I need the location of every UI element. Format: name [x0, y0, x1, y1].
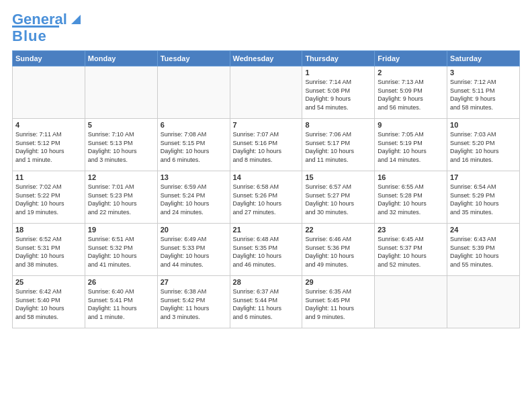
day-info: Sunrise: 6:49 AM Sunset: 5:33 PM Dayligh…	[161, 235, 227, 269]
day-info: Sunrise: 7:10 AM Sunset: 5:13 PM Dayligh…	[88, 130, 154, 164]
calendar-week-row: 25Sunrise: 6:42 AM Sunset: 5:40 PM Dayli…	[13, 276, 520, 328]
day-number: 1	[305, 68, 371, 77]
day-info: Sunrise: 7:02 AM Sunset: 5:22 PM Dayligh…	[15, 183, 82, 216]
day-number: 8	[305, 121, 371, 129]
day-number: 23	[378, 226, 444, 234]
day-info: Sunrise: 7:13 AM Sunset: 5:09 PM Dayligh…	[378, 78, 444, 111]
day-info: Sunrise: 6:45 AM Sunset: 5:37 PM Dayligh…	[378, 235, 444, 269]
calendar-day-header: Sunday	[13, 51, 85, 66]
day-number: 18	[15, 226, 82, 234]
calendar-day-header: Tuesday	[157, 51, 230, 66]
day-info: Sunrise: 6:57 AM Sunset: 5:27 PM Dayligh…	[305, 183, 371, 216]
calendar-day-cell: 10Sunrise: 7:03 AM Sunset: 5:20 PM Dayli…	[447, 119, 520, 171]
day-info: Sunrise: 6:59 AM Sunset: 5:24 PM Dayligh…	[161, 183, 227, 216]
day-info: Sunrise: 7:14 AM Sunset: 5:08 PM Dayligh…	[305, 78, 371, 111]
calendar-day-cell: 3Sunrise: 7:12 AM Sunset: 5:11 PM Daylig…	[447, 66, 520, 119]
day-number: 9	[378, 121, 444, 129]
calendar-day-cell: 1Sunrise: 7:14 AM Sunset: 5:08 PM Daylig…	[302, 66, 375, 119]
day-number: 7	[233, 121, 300, 129]
day-info: Sunrise: 7:12 AM Sunset: 5:11 PM Dayligh…	[450, 78, 517, 111]
day-number: 28	[233, 278, 300, 286]
calendar-day-cell: 2Sunrise: 7:13 AM Sunset: 5:09 PM Daylig…	[375, 66, 447, 119]
day-number: 19	[88, 226, 154, 234]
calendar-day-cell: 27Sunrise: 6:38 AM Sunset: 5:42 PM Dayli…	[157, 276, 230, 328]
calendar-week-row: 1Sunrise: 7:14 AM Sunset: 5:08 PM Daylig…	[13, 66, 520, 119]
day-info: Sunrise: 6:43 AM Sunset: 5:39 PM Dayligh…	[450, 235, 517, 269]
day-info: Sunrise: 7:01 AM Sunset: 5:23 PM Dayligh…	[88, 183, 154, 216]
day-info: Sunrise: 7:06 AM Sunset: 5:17 PM Dayligh…	[305, 130, 371, 164]
page-container: General Blue SundayMondayTuesdayWednesda…	[0, 0, 532, 335]
day-number: 14	[233, 173, 300, 181]
calendar-day-cell: 18Sunrise: 6:52 AM Sunset: 5:31 PM Dayli…	[13, 224, 85, 276]
calendar-day-cell: 15Sunrise: 6:57 AM Sunset: 5:27 PM Dayli…	[302, 171, 375, 224]
calendar-day-header: Monday	[85, 51, 157, 66]
day-info: Sunrise: 6:46 AM Sunset: 5:36 PM Dayligh…	[305, 235, 371, 269]
calendar-week-row: 11Sunrise: 7:02 AM Sunset: 5:22 PM Dayli…	[13, 171, 520, 224]
calendar-day-cell: 28Sunrise: 6:37 AM Sunset: 5:44 PM Dayli…	[230, 276, 302, 328]
calendar-day-header: Thursday	[302, 51, 375, 66]
day-number: 26	[88, 278, 154, 286]
day-info: Sunrise: 7:07 AM Sunset: 5:16 PM Dayligh…	[233, 130, 300, 164]
logo-blue: Blue	[12, 28, 47, 45]
calendar-day-cell: 11Sunrise: 7:02 AM Sunset: 5:22 PM Dayli…	[13, 171, 85, 224]
calendar-day-cell: 16Sunrise: 6:55 AM Sunset: 5:28 PM Dayli…	[375, 171, 447, 224]
calendar-day-cell: 7Sunrise: 7:07 AM Sunset: 5:16 PM Daylig…	[230, 119, 302, 171]
day-info: Sunrise: 6:52 AM Sunset: 5:31 PM Dayligh…	[15, 235, 82, 269]
calendar-day-cell	[13, 66, 85, 119]
calendar-week-row: 4Sunrise: 7:11 AM Sunset: 5:12 PM Daylig…	[13, 119, 520, 171]
calendar-day-header: Friday	[375, 51, 447, 66]
calendar-day-cell	[85, 66, 157, 119]
day-number: 17	[450, 173, 517, 181]
calendar-day-cell: 14Sunrise: 6:58 AM Sunset: 5:26 PM Dayli…	[230, 171, 302, 224]
calendar-day-cell: 9Sunrise: 7:05 AM Sunset: 5:19 PM Daylig…	[375, 119, 447, 171]
calendar-day-cell	[375, 276, 447, 328]
day-info: Sunrise: 7:11 AM Sunset: 5:12 PM Dayligh…	[15, 130, 82, 164]
calendar-day-cell: 25Sunrise: 6:42 AM Sunset: 5:40 PM Dayli…	[13, 276, 85, 328]
day-number: 20	[161, 226, 227, 234]
calendar-day-cell: 17Sunrise: 6:54 AM Sunset: 5:29 PM Dayli…	[447, 171, 520, 224]
day-info: Sunrise: 6:58 AM Sunset: 5:26 PM Dayligh…	[233, 183, 300, 216]
svg-marker-0	[71, 15, 81, 24]
page-header: General Blue	[12, 12, 520, 45]
day-number: 24	[450, 226, 517, 234]
day-number: 21	[233, 226, 300, 234]
day-number: 2	[378, 68, 444, 77]
day-number: 3	[450, 68, 517, 77]
day-info: Sunrise: 6:54 AM Sunset: 5:29 PM Dayligh…	[450, 183, 517, 216]
calendar-day-cell: 19Sunrise: 6:51 AM Sunset: 5:32 PM Dayli…	[85, 224, 157, 276]
day-number: 25	[15, 278, 82, 286]
day-number: 12	[88, 173, 154, 181]
day-info: Sunrise: 6:42 AM Sunset: 5:40 PM Dayligh…	[15, 287, 82, 321]
day-info: Sunrise: 6:51 AM Sunset: 5:32 PM Dayligh…	[88, 235, 154, 269]
calendar-header-row: SundayMondayTuesdayWednesdayThursdayFrid…	[13, 51, 520, 66]
logo-text: General	[12, 12, 67, 27]
logo: General Blue	[12, 12, 81, 45]
day-info: Sunrise: 6:35 AM Sunset: 5:45 PM Dayligh…	[305, 287, 371, 321]
calendar-day-cell: 29Sunrise: 6:35 AM Sunset: 5:45 PM Dayli…	[302, 276, 375, 328]
calendar-day-cell	[447, 276, 520, 328]
day-info: Sunrise: 7:03 AM Sunset: 5:20 PM Dayligh…	[450, 130, 517, 164]
day-info: Sunrise: 6:40 AM Sunset: 5:41 PM Dayligh…	[88, 287, 154, 321]
day-number: 13	[161, 173, 227, 181]
calendar-week-row: 18Sunrise: 6:52 AM Sunset: 5:31 PM Dayli…	[13, 224, 520, 276]
day-number: 4	[15, 121, 82, 129]
calendar-day-cell: 13Sunrise: 6:59 AM Sunset: 5:24 PM Dayli…	[157, 171, 230, 224]
calendar-day-cell: 21Sunrise: 6:48 AM Sunset: 5:35 PM Dayli…	[230, 224, 302, 276]
day-number: 27	[161, 278, 227, 286]
day-info: Sunrise: 6:55 AM Sunset: 5:28 PM Dayligh…	[378, 183, 444, 216]
calendar-day-cell: 8Sunrise: 7:06 AM Sunset: 5:17 PM Daylig…	[302, 119, 375, 171]
day-info: Sunrise: 6:48 AM Sunset: 5:35 PM Dayligh…	[233, 235, 300, 269]
day-number: 22	[305, 226, 371, 234]
day-number: 10	[450, 121, 517, 129]
day-number: 29	[305, 278, 371, 286]
day-info: Sunrise: 7:05 AM Sunset: 5:19 PM Dayligh…	[378, 130, 444, 164]
calendar-day-header: Wednesday	[230, 51, 302, 66]
day-info: Sunrise: 6:37 AM Sunset: 5:44 PM Dayligh…	[233, 287, 300, 321]
calendar-day-cell: 23Sunrise: 6:45 AM Sunset: 5:37 PM Dayli…	[375, 224, 447, 276]
day-info: Sunrise: 6:38 AM Sunset: 5:42 PM Dayligh…	[161, 287, 227, 321]
calendar-day-cell: 20Sunrise: 6:49 AM Sunset: 5:33 PM Dayli…	[157, 224, 230, 276]
logo-icon	[69, 13, 81, 26]
calendar-table: SundayMondayTuesdayWednesdayThursdayFrid…	[12, 50, 520, 328]
calendar-day-cell: 6Sunrise: 7:08 AM Sunset: 5:15 PM Daylig…	[157, 119, 230, 171]
calendar-day-cell: 22Sunrise: 6:46 AM Sunset: 5:36 PM Dayli…	[302, 224, 375, 276]
